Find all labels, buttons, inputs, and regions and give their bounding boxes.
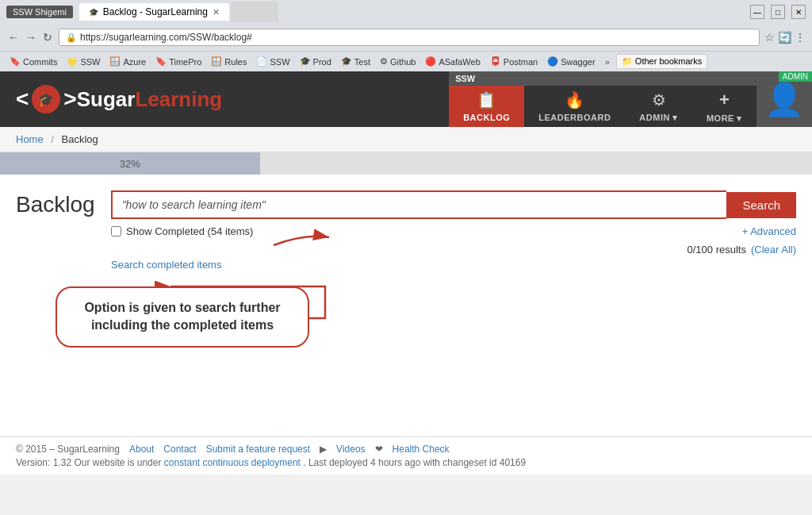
progress-value: 32% — [120, 158, 140, 170]
callout-bubble: Option is given to search further includ… — [56, 286, 309, 348]
nav-leaderboard[interactable]: 🔥 LEADERBOARD — [524, 86, 625, 127]
footer-copyright: © 2015 – SugarLearning — [16, 444, 120, 455]
page-title: Backlog — [16, 192, 95, 217]
url-text: https://sugarlearning.com/SSW/backlog# — [80, 32, 252, 43]
footer-health-icon: ❤ — [375, 444, 383, 455]
tab-favicon: 🎓 — [89, 8, 98, 17]
backlog-icon: 📋 — [477, 90, 496, 110]
bookmark-rules[interactable]: 🪟 Rules — [208, 56, 250, 67]
logo-bracket-right: > — [63, 86, 76, 112]
nav-more-label: MORE ▾ — [707, 113, 742, 124]
tab-title: Backlog - SugarLearning — [103, 6, 208, 17]
footer-version: Version: 1.32 Our website is under const… — [16, 457, 796, 468]
nav-leaderboard-label: LEADERBOARD — [538, 113, 611, 122]
clear-all-link[interactable]: (Clear All) — [751, 244, 796, 256]
url-bar[interactable]: 🔒 https://sugarlearning.com/SSW/backlog# — [59, 29, 760, 46]
refresh-icon[interactable]: 🔄 — [778, 31, 791, 44]
footer-videos-icon: ▶ — [320, 444, 327, 455]
bookmark-test-icon: 🎓 — [341, 56, 352, 67]
admin-badge: ADMIN — [779, 71, 812, 82]
footer-contact-link[interactable]: Contact — [163, 444, 196, 455]
bookmark-ssw2-icon: 📄 — [256, 56, 267, 67]
nav-backlog[interactable]: 📋 BACKLOG — [449, 86, 524, 127]
callout-text: Option is given to search further includ… — [84, 301, 280, 332]
bookmark-github-icon: ⚙ — [380, 56, 388, 67]
bookmark-prod-icon: 🎓 — [300, 56, 311, 67]
breadcrumb-current: Backlog — [62, 133, 98, 145]
search-input[interactable] — [111, 190, 727, 219]
person-icon: 👤 — [764, 83, 804, 115]
bookmark-ssw[interactable]: 🌟 SSW — [63, 56, 103, 67]
bookmark-ssw2[interactable]: 📄 SSW — [253, 56, 293, 67]
folder-icon: 📁 — [622, 56, 633, 66]
tab-close-button[interactable]: ✕ — [213, 7, 220, 17]
security-lock-icon: 🔒 — [66, 33, 77, 43]
bookmark-postman-icon: 📮 — [490, 56, 501, 67]
admin-icon: ⚙ — [652, 90, 666, 110]
bookmark-azure-icon: 🪟 — [109, 56, 121, 67]
logo-graduation-icon: 🎓 — [32, 85, 60, 113]
bookmark-test[interactable]: 🎓 Test — [338, 56, 373, 67]
results-count: 0/100 results — [687, 244, 745, 256]
site-footer: © 2015 – SugarLearning About Contact Sub… — [0, 436, 812, 475]
close-button[interactable]: ✕ — [791, 5, 806, 19]
bookmark-rules-icon: 🪟 — [211, 56, 222, 67]
logo-learning-text: Learning — [135, 87, 222, 112]
progress-container: 32% — [0, 152, 812, 175]
bookmark-github[interactable]: ⚙ Github — [377, 56, 419, 67]
footer-health-check-link[interactable]: Health Check — [393, 444, 450, 455]
other-bookmarks-folder[interactable]: 📁 Other bookmarks — [616, 54, 707, 69]
star-icon[interactable]: ☆ — [764, 31, 775, 44]
back-button[interactable]: ← — [6, 29, 21, 45]
more-icon: + — [719, 90, 730, 110]
bookmark-swagger-icon: 🔵 — [547, 56, 558, 67]
bookmark-asafaweb[interactable]: 🔴 ASafaWeb — [422, 56, 483, 67]
footer-deployment-link[interactable]: constant continuous deployment — [164, 457, 301, 468]
leaderboard-icon: 🔥 — [565, 90, 584, 110]
bookmark-commits[interactable]: 🔖 Commits — [6, 56, 60, 67]
show-completed-checkbox[interactable] — [111, 226, 121, 236]
search-button[interactable]: Search — [726, 192, 796, 218]
admin-photo: ADMIN 👤 — [756, 71, 812, 127]
search-box: Search — [111, 190, 796, 219]
footer-about-link[interactable]: About — [129, 444, 154, 455]
progress-bar: 32% — [0, 152, 260, 175]
user-badge: SSW Shigemi — [6, 6, 73, 18]
bookmark-ssw-icon: 🌟 — [67, 56, 78, 67]
annotation-arrow — [266, 225, 337, 249]
bookmark-postman[interactable]: 📮 Postman — [487, 56, 541, 67]
bookmark-asafaweb-icon: 🔴 — [425, 56, 436, 67]
minimize-button[interactable]: — — [750, 5, 764, 19]
bookmarks-overflow[interactable]: » — [605, 57, 610, 67]
logo-sugar-text: Sugar — [77, 87, 136, 112]
bookmark-timepro[interactable]: 🔖 TimePro — [152, 56, 205, 67]
forward-button[interactable]: → — [24, 29, 38, 45]
bookmark-swagger[interactable]: 🔵 Swagger — [544, 56, 598, 67]
ssw-nav-label: SSW — [449, 71, 756, 86]
maximize-button[interactable]: □ — [771, 5, 785, 19]
breadcrumb-separator: / — [51, 133, 54, 145]
footer-feature-request-link[interactable]: Submit a feature request — [206, 444, 310, 455]
bookmark-timepro-icon: 🔖 — [155, 56, 167, 67]
bookmark-azure[interactable]: 🪟 Azure — [106, 56, 149, 67]
menu-icon[interactable]: ⋮ — [795, 31, 806, 44]
bookmark-commits-icon: 🔖 — [10, 56, 21, 67]
nav-admin[interactable]: ⚙ ADMIN ▾ — [625, 86, 692, 127]
advanced-link[interactable]: + Advanced — [742, 225, 796, 237]
breadcrumb-home-link[interactable]: Home — [16, 133, 44, 145]
footer-videos-link[interactable]: Videos — [336, 444, 365, 455]
nav-admin-label: ADMIN ▾ — [639, 113, 678, 123]
search-completed-link[interactable]: Search completed items — [111, 259, 221, 271]
site-logo[interactable]: < 🎓 > Sugar Learning — [0, 71, 449, 127]
nav-backlog-label: BACKLOG — [463, 113, 510, 122]
breadcrumb-bar: Home / Backlog — [0, 127, 812, 152]
footer-deploy-info: . Last deployed 4 hours ago with changes… — [303, 457, 526, 468]
logo-bracket-left: < — [16, 86, 29, 112]
nav-more[interactable]: + MORE ▾ — [692, 86, 756, 127]
show-completed-label: Show Completed (54 items) — [126, 225, 253, 237]
bookmark-prod[interactable]: 🎓 Prod — [297, 56, 335, 67]
reload-button[interactable]: ↻ — [41, 29, 54, 45]
